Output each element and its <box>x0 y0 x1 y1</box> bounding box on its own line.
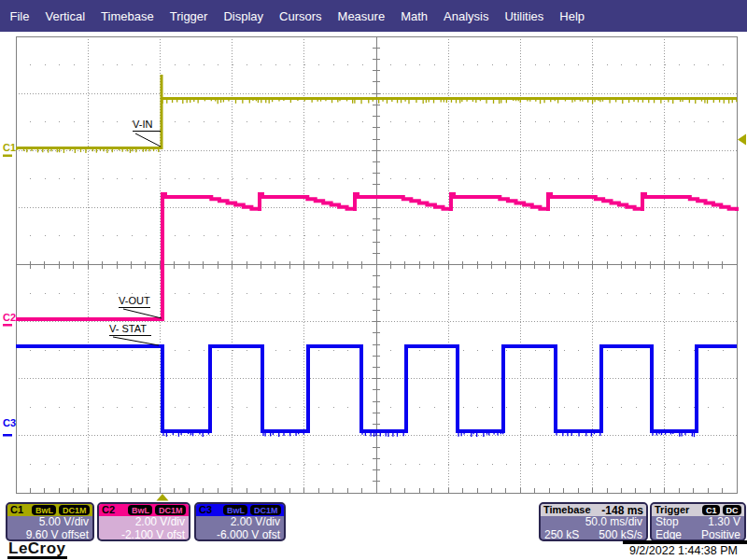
volts-per-div-value: 2.00 V/div <box>200 516 280 529</box>
coupling-badge: DC1M <box>250 505 281 515</box>
time-per-div-value: 50.0 ms/div <box>544 516 642 529</box>
annotation-label: V- STAT <box>109 323 147 334</box>
trigger-coupling-badge: DC <box>723 505 741 515</box>
trigger-type-value: Edge <box>655 529 682 542</box>
channel-marker-label-c1: C1 <box>3 142 16 153</box>
channel-zero-marker-c2 <box>3 324 12 327</box>
coupling-badge: DC1M <box>155 505 186 515</box>
trigger-descriptor[interactable]: Trigger C1 DC Stop 1.30 V Edge Positive <box>650 502 746 541</box>
bandwidth-limit-badge: BwL <box>32 505 56 515</box>
sample-count-value: 250 kS <box>544 529 579 542</box>
channel-marker-label-c2: C2 <box>3 312 16 323</box>
sample-rate-value: 500 kS/s <box>599 529 642 542</box>
channel-id-label: C3 <box>199 505 220 515</box>
bandwidth-limit-badge: BwL <box>128 505 152 515</box>
channel-descriptor-c1[interactable]: C1 BwL DC1M 5.00 V/div 9.60 V offset <box>6 502 94 541</box>
trigger-mode-value: Stop <box>655 516 679 529</box>
annotation-leader-line <box>123 309 162 318</box>
annotation-label: V-IN <box>133 119 152 130</box>
datetime-display: 9/2/2022 1:44:38 PM <box>629 544 738 557</box>
volts-per-div-value: 5.00 V/div <box>11 516 89 529</box>
waveform-display: C1C2C3V-INV-OUTV- STAT <box>0 0 747 560</box>
trigger-level-marker <box>738 134 746 146</box>
coupling-badge: DC1M <box>59 505 90 515</box>
trigger-position-marker <box>157 494 169 501</box>
trigger-title: Trigger <box>655 505 699 515</box>
channel-zero-marker-c3 <box>3 434 12 437</box>
annotation-leader-line <box>135 133 161 147</box>
annotation-label: V-OUT <box>119 295 150 306</box>
trigger-slope-value: Positive <box>701 529 740 542</box>
channel-descriptor-c3[interactable]: C3 BwL DC1M 2.00 V/div -6.000 V ofst <box>194 502 286 541</box>
trigger-source-badge: C1 <box>702 505 720 515</box>
channel-id-label: C1 <box>10 505 29 515</box>
channel-id-label: C2 <box>102 505 125 515</box>
channel-descriptor-c2[interactable]: C2 BwL DC1M 2.00 V/div -2.100 V ofst <box>97 502 190 541</box>
trigger-level-value: 1.30 V <box>708 516 740 529</box>
offset-value: -2.100 V ofst <box>103 529 185 542</box>
timebase-title: Timebase <box>543 505 599 515</box>
volts-per-div-value: 2.00 V/div <box>103 516 185 529</box>
channel-zero-marker-c1 <box>3 155 12 158</box>
offset-value: -6.000 V ofst <box>200 529 280 542</box>
timebase-descriptor[interactable]: Timebase -148 ms 50.0 ms/div 250 kS 500 … <box>539 502 648 541</box>
channel-marker-label-c3: C3 <box>3 417 16 428</box>
bandwidth-limit-badge: BwL <box>223 505 247 515</box>
lecroy-logo: LeCroy <box>7 540 67 559</box>
annotation-leader-line <box>113 337 159 345</box>
